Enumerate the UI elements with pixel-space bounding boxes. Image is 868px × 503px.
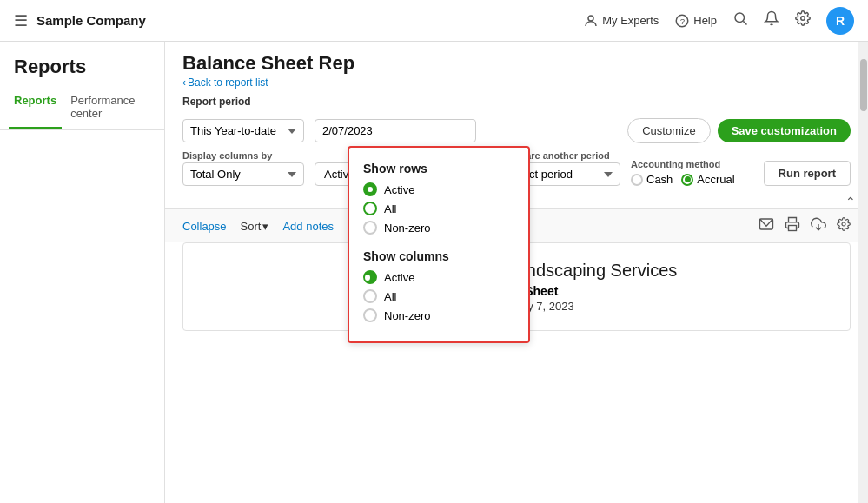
- show-columns-label: Show columns: [363, 249, 514, 263]
- tab-reports[interactable]: Reports: [9, 89, 62, 129]
- rows-active-label: Active: [384, 183, 414, 196]
- report-period-label: Report period: [182, 96, 851, 108]
- notifications-icon[interactable]: [764, 10, 779, 30]
- print-icon[interactable]: [785, 216, 800, 235]
- my-experts-label: My Experts: [602, 14, 659, 27]
- email-icon[interactable]: [759, 217, 774, 235]
- company-name: Sample Company: [36, 13, 146, 28]
- cols-all-radio: [363, 289, 377, 303]
- sort-button[interactable]: Sort ▾: [241, 220, 269, 233]
- my-experts-nav[interactable]: My Experts: [583, 13, 659, 29]
- right-buttons: Customize Save customization: [627, 118, 851, 143]
- cols-active-option[interactable]: Active: [363, 270, 514, 284]
- show-rows-columns-popup: Show rows Active All Non-zero Show colum…: [348, 146, 530, 343]
- collapse-button[interactable]: Collapse: [182, 220, 227, 233]
- run-report-wrapper: Run report: [764, 161, 851, 186]
- rows-all-option[interactable]: All: [363, 202, 514, 215]
- show-rows-label: Show rows: [363, 162, 514, 175]
- radio-cash-circle: [631, 174, 643, 186]
- rows-all-label: All: [384, 202, 396, 215]
- hamburger-icon[interactable]: ☰: [14, 11, 28, 30]
- cols-active-label: Active: [384, 271, 414, 284]
- rows-nonzero-radio: [363, 221, 377, 235]
- customize-button[interactable]: Customize: [627, 118, 710, 143]
- date-input[interactable]: [315, 119, 476, 142]
- svg-point-5: [801, 17, 805, 21]
- scrollbar[interactable]: [858, 42, 868, 503]
- svg-point-9: [842, 222, 845, 226]
- report-period-select[interactable]: This Year-to-date: [182, 119, 304, 142]
- rows-nonzero-option[interactable]: Non-zero: [363, 221, 514, 235]
- sidebar-title: Reports: [0, 56, 164, 89]
- run-report-button[interactable]: Run report: [764, 161, 851, 186]
- radio-accrual[interactable]: Accrual: [681, 173, 734, 186]
- help-label: Help: [693, 14, 717, 27]
- svg-point-3: [735, 13, 745, 23]
- search-icon[interactable]: [732, 10, 748, 30]
- svg-line-4: [743, 21, 746, 24]
- help-nav[interactable]: ? Help: [674, 13, 717, 29]
- toolbar-right: [759, 216, 851, 235]
- cols-all-label: All: [384, 290, 396, 303]
- cols-nonzero-radio: [363, 308, 377, 322]
- rows-nonzero-label: Non-zero: [384, 222, 430, 235]
- back-to-report-list[interactable]: ‹ Back to report list: [182, 76, 851, 89]
- radio-accrual-circle: [681, 174, 693, 186]
- tab-performance-center[interactable]: Performance center: [65, 89, 156, 129]
- svg-rect-7: [789, 226, 797, 231]
- accounting-method-label: Accounting method: [631, 159, 735, 169]
- radio-cash[interactable]: Cash: [631, 173, 673, 186]
- rows-all-radio: [363, 202, 377, 215]
- add-notes-button[interactable]: Add notes: [282, 220, 334, 233]
- date-group: [315, 119, 476, 142]
- cols-all-option[interactable]: All: [363, 289, 514, 303]
- svg-point-0: [588, 16, 593, 21]
- gear-icon[interactable]: [837, 217, 851, 235]
- cols-nonzero-label: Non-zero: [384, 309, 430, 322]
- save-customization-button[interactable]: Save customization: [718, 119, 851, 142]
- main-content: Balance Sheet Rep ‹ Back to report list …: [165, 42, 868, 503]
- settings-icon[interactable]: [795, 10, 811, 30]
- scroll-handle[interactable]: [860, 59, 867, 111]
- controls-row-1: This Year-to-date Customize Save customi…: [165, 111, 868, 150]
- svg-text:?: ?: [680, 16, 686, 25]
- radio-accrual-label: Accrual: [697, 173, 734, 186]
- accounting-radio-group: Cash Accrual: [631, 173, 735, 186]
- display-columns-group: Display columns by Total Only: [182, 150, 304, 186]
- collapse-arrow[interactable]: ⌃: [845, 195, 856, 208]
- user-avatar[interactable]: R: [826, 7, 854, 35]
- popup-separator: [363, 242, 514, 242]
- sidebar-tabs: Reports Performance center: [0, 89, 164, 130]
- report-period-group: This Year-to-date: [182, 119, 304, 142]
- cols-nonzero-option[interactable]: Non-zero: [363, 308, 514, 322]
- report-title: Balance Sheet Rep: [182, 52, 851, 75]
- display-columns-label: Display columns by: [182, 150, 304, 161]
- accounting-method-group: Accounting method Cash Accrual: [631, 159, 735, 186]
- cols-active-radio: [363, 270, 377, 284]
- sidebar: Reports Reports Performance center: [0, 42, 165, 503]
- chevron-left-icon: ‹: [182, 76, 186, 89]
- display-columns-select[interactable]: Total Only: [182, 162, 304, 186]
- report-header: Balance Sheet Rep ‹ Back to report list …: [165, 42, 868, 108]
- rows-active-radio: [363, 182, 377, 196]
- export-icon[interactable]: [811, 216, 826, 235]
- radio-cash-label: Cash: [646, 173, 673, 186]
- rows-active-option[interactable]: Active: [363, 182, 514, 196]
